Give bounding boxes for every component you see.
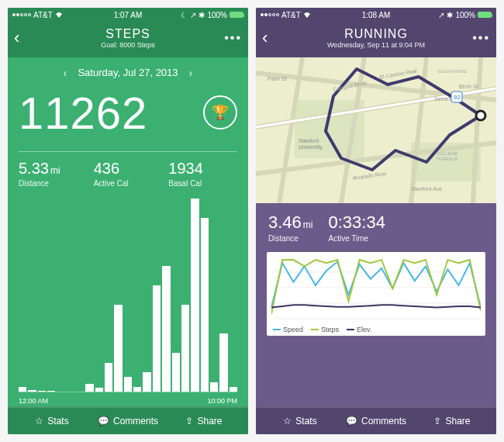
bar — [95, 388, 103, 392]
comments-button[interactable]: 💬Comments — [90, 416, 166, 426]
share-icon: ⇪ — [185, 416, 193, 426]
bar — [124, 377, 132, 392]
status-bar: AT&T 1:07 AM ☾ ↗ ✱ 100% — [8, 8, 248, 22]
stats-row: 5.33mi Distance 436 Active Cal 1934 Basa… — [19, 160, 237, 188]
more-button[interactable]: ••• — [223, 31, 242, 45]
more-button[interactable]: ••• — [471, 31, 490, 45]
line-speed — [271, 262, 481, 308]
header: ‹ RUNNING Wednesday, Sep 11 at 9:04 PM •… — [256, 22, 496, 57]
next-day-button[interactable]: › — [189, 67, 193, 79]
bar — [114, 305, 122, 392]
date-label: Saturday, Jul 27, 2013 — [78, 67, 178, 78]
bar — [19, 387, 26, 392]
bar — [85, 384, 93, 392]
back-button[interactable]: ‹ — [262, 28, 281, 48]
steps-screen: AT&T 1:07 AM ☾ ↗ ✱ 100% ‹ STEPS Goal: 80… — [8, 8, 248, 434]
clock: 1:07 AM — [114, 11, 143, 19]
run-metrics-chart: Speed Steps Elev. — [267, 252, 485, 336]
share-button[interactable]: ⇪Share — [166, 416, 242, 426]
svg-text:Stanford: Stanford — [299, 138, 319, 143]
battery-pct: 100% — [207, 11, 227, 19]
bar — [38, 391, 46, 392]
bluetooth-icon: ✱ — [198, 11, 205, 19]
map-label: Palm Dr — [268, 76, 288, 81]
bar — [210, 382, 218, 392]
star-icon: ☆ — [283, 416, 292, 426]
chart-legend: Speed Steps Elev. — [273, 326, 371, 333]
wifi-icon — [55, 12, 63, 18]
route-map[interactable]: Palm Dr Campus Drive El Camino Real Serr… — [256, 57, 496, 203]
steps-body: ‹ Saturday, Jul 27, 2013 › 11262 🏆 5.33m… — [8, 57, 248, 406]
trophy-icon: 🏆 — [212, 104, 229, 121]
page-subtitle: Wednesday, Sep 11 at 9:04 PM — [281, 41, 471, 50]
svg-point-11 — [476, 111, 485, 120]
bluetooth-icon: ✱ — [447, 11, 453, 19]
svg-text:82: 82 — [454, 94, 461, 101]
comment-icon: 💬 — [346, 416, 357, 426]
line-elev. — [271, 305, 481, 307]
carrier-label: AT&T — [33, 11, 53, 19]
stat-active-time: 0:33:34 Active Time — [329, 212, 385, 243]
trophy-badge[interactable]: 🏆 — [203, 95, 237, 129]
stat-distance: 3.46mi Distance — [268, 212, 313, 243]
xaxis-start: 12:00 AM — [19, 397, 48, 405]
carrier-label: AT&T — [281, 11, 301, 19]
stat-distance: 5.33mi Distance — [19, 160, 88, 188]
svg-text:SOUTHGATE: SOUTHGATE — [438, 69, 467, 74]
share-button[interactable]: ⇪Share — [414, 416, 490, 426]
svg-text:Stanford Ave: Stanford Ave — [411, 186, 442, 192]
back-button[interactable]: ‹ — [14, 28, 33, 48]
page-title: RUNNING — [281, 26, 471, 41]
stat-basal-cal: 1934 Basal Cal — [168, 160, 237, 188]
svg-text:TERRACE: TERRACE — [436, 157, 458, 161]
bar — [133, 387, 141, 392]
location-icon: ↗ — [190, 11, 196, 19]
prev-day-button[interactable]: ‹ — [64, 67, 67, 79]
stat-active-cal: 436 Active Cal — [94, 160, 163, 188]
comments-button[interactable]: 💬Comments — [338, 416, 414, 426]
bar — [153, 285, 161, 392]
bar — [105, 363, 112, 392]
header: ‹ STEPS Goal: 8000 Steps ••• — [8, 22, 248, 57]
hourly-steps-chart: 12:00 AM 10:00 PM — [19, 199, 237, 405]
page-subtitle: Goal: 8000 Steps — [33, 41, 223, 50]
stats-button[interactable]: ☆Stats — [262, 416, 338, 426]
star-icon: ☆ — [35, 416, 43, 426]
bottom-bar: ☆Stats 💬Comments ⇪Share — [8, 406, 248, 434]
svg-text:COLLEGE: COLLEGE — [436, 151, 457, 156]
stats-button[interactable]: ☆Stats — [14, 416, 90, 426]
step-count: 11262 — [19, 87, 147, 139]
clock: 1:08 AM — [362, 11, 391, 19]
battery-pct: 100% — [455, 11, 475, 19]
bar — [28, 390, 36, 392]
bar — [47, 391, 55, 392]
moon-icon: ☾ — [181, 11, 188, 19]
battery-icon — [478, 12, 492, 18]
page-title: STEPS — [33, 26, 223, 41]
share-icon: ⇪ — [433, 416, 441, 426]
comment-icon: 💬 — [98, 416, 109, 426]
bar — [191, 199, 198, 392]
svg-text:Birch St: Birch St — [459, 84, 478, 89]
divider — [19, 151, 237, 152]
run-stats-row: 3.46mi Distance 0:33:34 Active Time — [256, 203, 496, 249]
bar — [181, 305, 189, 392]
running-body: Palm Dr Campus Drive El Camino Real Serr… — [256, 57, 496, 406]
xaxis-end: 10:00 PM — [207, 397, 237, 405]
signal-dots-icon — [261, 13, 279, 16]
signal-dots-icon — [12, 13, 31, 16]
bar — [172, 353, 180, 392]
bar — [143, 372, 150, 392]
battery-icon — [230, 12, 243, 18]
location-icon: ↗ — [438, 11, 444, 19]
svg-text:University: University — [299, 144, 323, 150]
bar — [162, 266, 170, 392]
status-bar: AT&T 1:08 AM ↗ ✱ 100% — [256, 8, 496, 22]
bar — [201, 218, 209, 392]
bottom-bar: ☆Stats 💬Comments ⇪Share — [256, 406, 496, 434]
wifi-icon — [303, 12, 311, 18]
running-screen: AT&T 1:08 AM ↗ ✱ 100% ‹ RUNNING Wednesda… — [256, 8, 496, 434]
bar — [219, 333, 227, 392]
bar — [230, 387, 237, 392]
